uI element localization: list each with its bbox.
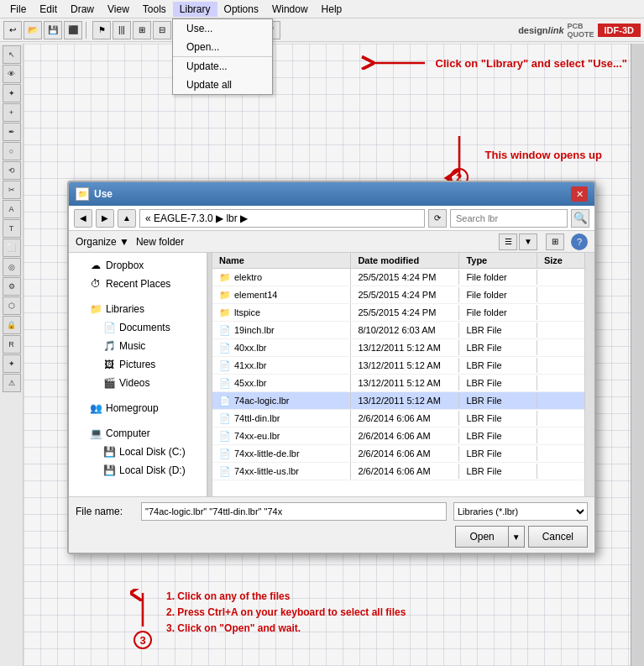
left-btn-9[interactable]: ⬜ xyxy=(3,239,21,257)
menu-tools[interactable]: Tools xyxy=(136,2,173,17)
dialog-close-button[interactable]: ✕ xyxy=(571,186,588,202)
view-thumbs-button[interactable]: ⊞ xyxy=(546,233,564,250)
file-name-cell: 📄 74xx-little-de.lbr xyxy=(212,445,351,462)
nav-documents[interactable]: 📄 Documents xyxy=(69,318,207,337)
left-btn-5[interactable]: ⟲ xyxy=(3,161,21,180)
file-row[interactable]: 📄 74xx-eu.lbr 2/6/2014 6:06 AM LBR File xyxy=(212,427,584,445)
file-icon: 📄 xyxy=(219,395,231,406)
idf3d-button[interactable]: IDF-3D xyxy=(598,24,641,37)
left-btn-12[interactable]: ⬡ xyxy=(3,296,21,315)
addr-up-button[interactable]: ▲ xyxy=(118,209,136,228)
left-btn-select[interactable]: ↖ xyxy=(3,45,21,64)
nav-pictures[interactable]: 🖼 Pictures xyxy=(69,355,207,374)
file-name-label: 45xx.lbr xyxy=(234,378,267,388)
btn-open[interactable]: 📂 xyxy=(24,21,42,39)
organize-button[interactable]: Organize ▼ xyxy=(76,236,129,248)
nav-local-c[interactable]: 💾 Local Disk (C:) xyxy=(69,443,207,461)
menu-help[interactable]: Help xyxy=(315,2,349,17)
file-row[interactable]: 📄 19inch.lbr 8/10/2012 6:03 AM LBR File xyxy=(212,322,584,339)
btn-print[interactable]: ⬛ xyxy=(64,21,82,39)
dropdown-update[interactable]: Update... xyxy=(173,56,272,76)
btn-layers[interactable]: ||| xyxy=(113,21,131,39)
left-btn-1[interactable]: ✦ xyxy=(3,84,21,102)
btn-save[interactable]: 💾 xyxy=(44,21,62,39)
file-row[interactable]: 📄 41xx.lbr 13/12/2011 5:12 AM LBR File xyxy=(212,357,584,375)
dialog-icon: 📁 xyxy=(76,187,89,201)
search-button[interactable]: 🔍 xyxy=(571,209,589,228)
col-header-size[interactable]: Size xyxy=(537,253,584,268)
file-row[interactable]: 📁 ltspice 25/5/2015 4:24 PM File folder xyxy=(212,304,584,322)
menu-view[interactable]: View xyxy=(101,2,136,17)
col-header-type[interactable]: Type xyxy=(459,253,537,268)
file-type-cell: LBR File xyxy=(459,393,537,408)
file-row[interactable]: 📄 74ttl-din.lbr 2/6/2014 6:06 AM LBR Fil… xyxy=(212,410,584,427)
btn-new[interactable]: ↩ xyxy=(3,21,22,39)
addr-forward-button[interactable]: ▶ xyxy=(96,209,114,228)
new-folder-button[interactable]: New folder xyxy=(136,236,184,248)
left-btn-lock[interactable]: 🔒 xyxy=(3,316,21,334)
file-row[interactable]: 📁 elektro 25/5/2015 4:24 PM File folder xyxy=(212,269,584,286)
left-btn-14[interactable]: ✦ xyxy=(3,354,21,373)
file-row[interactable]: 📄 74ac-logic.lbr 13/12/2011 5:12 AM LBR … xyxy=(212,392,584,410)
filetype-select[interactable]: Libraries (*.lbr) xyxy=(453,502,588,521)
view-extra-button[interactable]: ▼ xyxy=(519,233,537,250)
menu-edit[interactable]: Edit xyxy=(33,2,64,17)
menu-draw[interactable]: Draw xyxy=(64,2,101,17)
left-btn-3[interactable]: ✒ xyxy=(3,123,21,141)
left-btn-4[interactable]: ○ xyxy=(3,142,21,160)
nav-libraries[interactable]: 📁 Libraries xyxy=(69,300,207,318)
col-header-name[interactable]: Name xyxy=(212,253,351,268)
nav-dropbox[interactable]: ☁ Dropbox xyxy=(69,256,207,275)
left-btn-7[interactable]: A xyxy=(3,200,21,218)
open-button[interactable]: Open xyxy=(455,526,507,548)
nav-computer-label: Computer xyxy=(106,427,150,439)
addr-back-button[interactable]: ◀ xyxy=(74,209,92,228)
dropdown-open[interactable]: Open... xyxy=(173,38,272,56)
brand-area: designlink PCBQUOTE IDF-3D xyxy=(518,22,641,39)
file-row[interactable]: 📄 40xx.lbr 13/12/2011 5:12 AM LBR File xyxy=(212,339,584,357)
file-name-cell: 📄 74ac-logic.lbr xyxy=(212,392,351,409)
nav-recent[interactable]: ⏱ Recent Places xyxy=(69,275,207,293)
right-scrollbar[interactable] xyxy=(631,44,644,666)
file-size-cell xyxy=(537,416,584,421)
left-btn-15[interactable]: ⚠ xyxy=(3,374,21,392)
dialog-scrollbar[interactable] xyxy=(584,253,594,496)
file-row[interactable]: 📄 74xx-little-de.lbr 2/6/2014 6:06 AM LB… xyxy=(212,445,584,463)
file-row[interactable]: 📁 element14 25/5/2015 4:24 PM File folde… xyxy=(212,286,584,304)
dialog-help-button[interactable]: ? xyxy=(571,233,588,250)
file-row[interactable]: 📄 45xx.lbr 13/12/2011 5:12 AM LBR File xyxy=(212,375,584,392)
col-header-date[interactable]: Date modified xyxy=(351,253,459,268)
left-btn-2[interactable]: + xyxy=(3,103,21,122)
left-btn-10[interactable]: ◎ xyxy=(3,258,21,276)
btn-grid[interactable]: ⊞ xyxy=(133,21,151,39)
file-name-label: 40xx.lbr xyxy=(234,343,267,353)
btn-drc[interactable]: ⚑ xyxy=(92,21,111,39)
nav-music[interactable]: 🎵 Music xyxy=(69,337,207,355)
file-type-cell: LBR File xyxy=(459,411,537,426)
nav-homegroup[interactable]: 👥 Homegroup xyxy=(69,399,207,417)
left-btn-6[interactable]: ✂ xyxy=(3,181,21,199)
filename-input[interactable] xyxy=(141,502,447,521)
cancel-button[interactable]: Cancel xyxy=(528,526,588,548)
dropdown-updateall[interactable]: Update all xyxy=(173,76,272,94)
nav-videos[interactable]: 🎬 Videos xyxy=(69,374,207,392)
left-btn-8[interactable]: T xyxy=(3,219,21,238)
file-row[interactable]: 📄 74xx-little-us.lbr 2/6/2014 6:06 AM LB… xyxy=(212,463,584,480)
open-dropdown-button[interactable]: ▼ xyxy=(508,526,525,548)
menu-options[interactable]: Options xyxy=(217,2,265,17)
left-btn-11[interactable]: ⚙ xyxy=(3,277,21,296)
left-btn-13[interactable]: R xyxy=(3,335,21,354)
addr-refresh-button[interactable]: ⟳ xyxy=(428,209,447,228)
search-input[interactable] xyxy=(450,209,568,228)
nav-computer[interactable]: 💻 Computer xyxy=(69,424,207,443)
btn-grid2[interactable]: ⊟ xyxy=(153,21,171,39)
view-details-button[interactable]: ☰ xyxy=(499,233,517,250)
menu-file[interactable]: File xyxy=(3,2,33,17)
nav-local-d[interactable]: 💾 Local Disk (D:) xyxy=(69,461,207,480)
file-type-cell: LBR File xyxy=(459,340,537,355)
menu-window[interactable]: Window xyxy=(265,2,315,17)
menu-library[interactable]: Library xyxy=(173,2,217,17)
file-list-header: Name Date modified Type Size xyxy=(212,253,584,269)
dropdown-use[interactable]: Use... xyxy=(173,19,272,38)
left-btn-eye[interactable]: 👁 xyxy=(3,65,21,83)
